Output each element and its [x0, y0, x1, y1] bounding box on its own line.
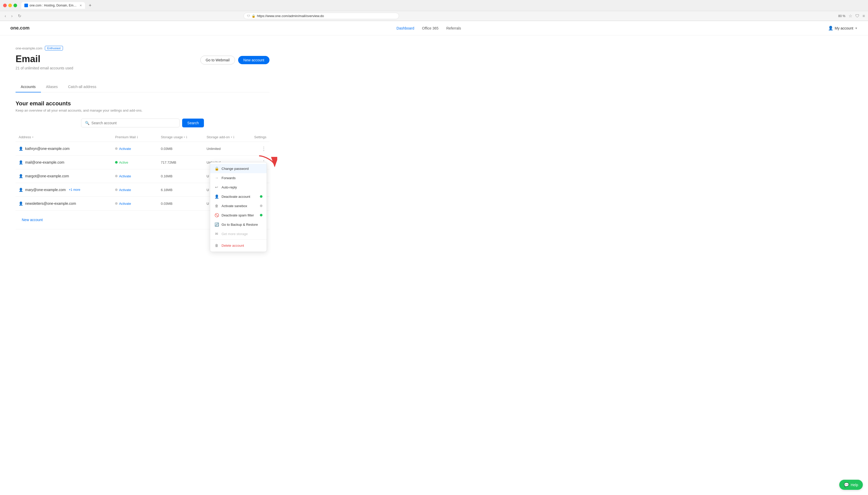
- col-storage-label: Storage usage: [161, 135, 183, 139]
- page-title: Email: [16, 54, 73, 65]
- premium-label: Activate: [119, 147, 131, 151]
- premium-activate-button[interactable]: Activate: [115, 188, 154, 192]
- email-accounts-table: Address ▾ Premium Mail ℹ: [16, 133, 269, 229]
- email-address-text: mail@one-example.com: [25, 160, 64, 165]
- my-account-button[interactable]: 👤 My account ▼: [828, 25, 858, 31]
- menu-divider: [210, 239, 267, 240]
- section-subtitle: Keep an overview of all your email accou…: [16, 108, 269, 112]
- search-row: 🔍 Search: [16, 119, 269, 127]
- delete-account-item[interactable]: 🗑 Delete account: [210, 241, 267, 250]
- bookmark-icon[interactable]: ☆: [849, 14, 852, 18]
- top-navigation: one.com Dashboard Office 365 Referrals 👤…: [0, 21, 868, 35]
- url-input[interactable]: [257, 14, 396, 18]
- activate-sanebox-label: Activate sanebox: [222, 204, 247, 208]
- backup-restore-item[interactable]: 🔄 Go to Backup & Restore: [210, 220, 267, 229]
- tab-close-button[interactable]: ✕: [80, 4, 82, 7]
- reply-icon: ↩: [214, 185, 219, 189]
- addon-value: U: [207, 174, 209, 178]
- addon-sort-icon[interactable]: ▾: [231, 136, 232, 138]
- search-input[interactable]: [92, 121, 176, 125]
- browser-tab[interactable]: one.com : Hosting, Domain, Em… ✕: [21, 2, 85, 9]
- email-address-text: margot@one-example.com: [25, 174, 69, 178]
- back-button[interactable]: ‹: [3, 13, 7, 19]
- zoom-level: 80 %: [838, 14, 845, 18]
- deactivate-account-label: Deactivate account: [222, 195, 250, 199]
- premium-activate-button[interactable]: Activate: [115, 202, 154, 206]
- reload-button[interactable]: ↻: [16, 13, 23, 19]
- maximize-dot[interactable]: [14, 4, 17, 7]
- search-icon: 🔍: [85, 121, 89, 125]
- get-more-storage-label: Get more storage: [222, 232, 248, 236]
- search-input-wrap: 🔍: [81, 119, 180, 127]
- nav-dashboard[interactable]: Dashboard: [396, 26, 414, 30]
- col-premium-label: Premium Mail: [115, 135, 135, 139]
- new-tab-button[interactable]: +: [88, 3, 92, 8]
- email-row-icon: 👤: [19, 174, 23, 178]
- menu-icon[interactable]: ≡: [863, 14, 865, 18]
- deactivate-toggle: [260, 195, 262, 198]
- search-button[interactable]: Search: [182, 119, 204, 127]
- lock-icon: 🔒: [251, 14, 256, 18]
- nav-referrals[interactable]: Referrals: [446, 26, 461, 30]
- address-sort-icon[interactable]: ▾: [32, 136, 33, 138]
- extensions-icon[interactable]: 🛡: [855, 14, 859, 18]
- tab-aliases[interactable]: Aliases: [41, 82, 63, 92]
- premium-label: Activate: [119, 202, 131, 206]
- spam-toggle: [260, 214, 262, 217]
- help-label: Help: [851, 483, 858, 487]
- new-account-button[interactable]: New account: [238, 56, 269, 64]
- row-menu-button[interactable]: ⋮: [252, 146, 266, 152]
- addon-info-icon[interactable]: ℹ: [233, 135, 234, 139]
- domain-name: one-example.com: [16, 46, 42, 50]
- forward-icon: →: [214, 176, 219, 180]
- storage-sort-icon[interactable]: ▾: [184, 136, 185, 138]
- backup-icon: 🔄: [214, 222, 219, 226]
- table-row: 👤 mail@one-example.com Active 717.72MB U…: [16, 156, 269, 169]
- alias-count[interactable]: +1 more: [69, 188, 80, 192]
- email-row-icon: 👤: [19, 188, 23, 192]
- tab-catch-all[interactable]: Catch-all address: [63, 82, 102, 92]
- change-password-label: Change password: [222, 167, 249, 171]
- storage-icon: ✉: [214, 232, 219, 236]
- premium-label: Activate: [119, 188, 131, 192]
- tab-accounts[interactable]: Accounts: [16, 82, 41, 92]
- email-row-icon: 👤: [19, 160, 23, 165]
- deactivate-account-item[interactable]: 👤 Deactivate account: [210, 192, 267, 201]
- new-account-link[interactable]: New account: [19, 214, 46, 225]
- forward-button[interactable]: ›: [10, 13, 14, 19]
- nav-office365[interactable]: Office 365: [422, 26, 439, 30]
- close-dot[interactable]: [3, 4, 7, 7]
- email-address-text: kathryn@one-example.com: [25, 147, 69, 151]
- deactivate-spam-item[interactable]: 🚫 Deactivate spam filter: [210, 210, 267, 220]
- activate-sanebox-item[interactable]: 🗑 Activate sanebox: [210, 201, 267, 210]
- deactivate-spam-label: Deactivate spam filter: [222, 213, 254, 217]
- delete-account-label: Delete account: [222, 244, 244, 248]
- logo: one.com: [10, 25, 30, 31]
- lock-icon: 🔒: [214, 167, 219, 171]
- tab-favicon: [24, 4, 28, 7]
- col-address-label: Address: [19, 135, 31, 139]
- help-button[interactable]: 💬 Help: [839, 480, 863, 490]
- minimize-dot[interactable]: [8, 4, 12, 7]
- row-context-menu: 🔒 Change password → Forwards ↩ Auto-repl…: [210, 162, 267, 252]
- storage-info-icon[interactable]: ℹ: [186, 135, 187, 139]
- premium-info-icon[interactable]: ℹ: [137, 135, 138, 139]
- user-icon: 👤: [828, 25, 833, 31]
- premium-label: Activate: [119, 174, 131, 178]
- address-bar[interactable]: 🛡 🔒: [244, 13, 399, 19]
- delete-icon: 🗑: [214, 243, 219, 248]
- tab-bar: Accounts Aliases Catch-all address: [16, 82, 269, 92]
- enthusiast-badge: Enthusiast: [45, 46, 63, 50]
- go-to-webmail-button[interactable]: Go to Webmail: [200, 56, 235, 65]
- forwards-item[interactable]: → Forwards: [210, 173, 267, 183]
- status-dot: [115, 147, 118, 150]
- help-chat-icon: 💬: [844, 482, 849, 487]
- auto-reply-item[interactable]: ↩ Auto-reply: [210, 183, 267, 192]
- premium-activate-button[interactable]: Activate: [115, 147, 154, 151]
- premium-activate-button[interactable]: Activate: [115, 174, 154, 178]
- user-icon: 👤: [214, 194, 219, 199]
- security-icon: 🛡: [247, 14, 250, 18]
- nav-links: Dashboard Office 365 Referrals: [396, 26, 461, 30]
- change-password-item[interactable]: 🔒 Change password: [210, 164, 267, 173]
- storage-value: 0.16MB: [161, 174, 173, 178]
